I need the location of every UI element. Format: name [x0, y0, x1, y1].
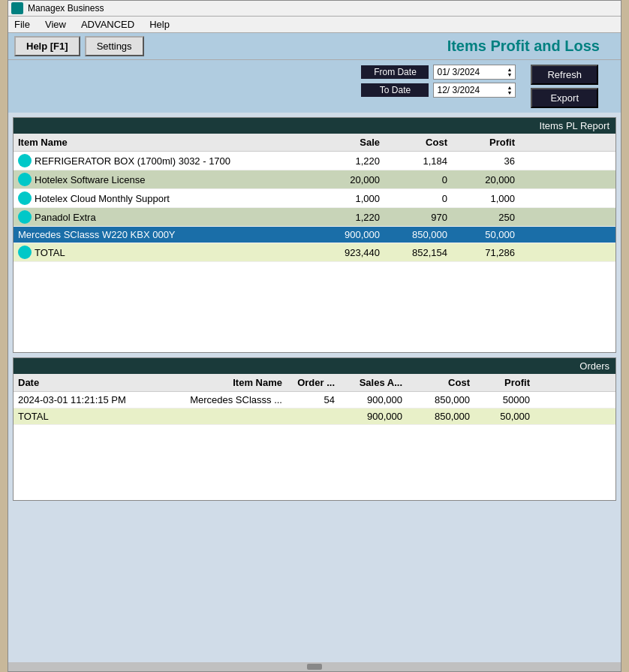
date-section: From Date 01/ 3/2024 ▲ ▼ To Date 12/ 3/2…: [8, 60, 621, 113]
item-cost-2: 0: [386, 193, 453, 204]
to-date-row: To Date 12/ 3/2024 ▲ ▼: [361, 83, 516, 98]
items-total-label: TOTAL: [18, 246, 318, 259]
horizontal-scrollbar[interactable]: [8, 662, 621, 671]
table-row[interactable]: REFRIGERATOR BOX (1700ml) 3032 - 1700 1,…: [14, 152, 615, 170]
item-sale-4: 900,000: [318, 229, 386, 240]
orders-col-profit: Profit: [476, 377, 536, 388]
action-buttons: Refresh Export: [531, 65, 598, 108]
orders-col-header: Date Item Name Order ... Sales A... Cost…: [14, 374, 615, 392]
order-cost-0: 850,000: [408, 394, 476, 405]
item-sale-2: 1,000: [318, 193, 386, 204]
from-date-spinner[interactable]: ▲ ▼: [507, 67, 513, 77]
menu-file[interactable]: File: [11, 18, 33, 31]
dot-icon-0: [18, 154, 32, 167]
orders-table: Orders Date Item Name Order ... Sales A.…: [13, 357, 616, 501]
orders-total-row: TOTAL 900,000 850,000 50,000: [14, 408, 615, 425]
help-button[interactable]: Help [F1]: [14, 36, 80, 56]
item-name-0: REFRIGERATOR BOX (1700ml) 3032 - 1700: [18, 154, 318, 167]
items-total-sale: 923,440: [318, 247, 386, 258]
item-name-1: Hotelex Software License: [18, 173, 318, 186]
from-date-label: From Date: [361, 65, 429, 79]
items-empty-area: [14, 262, 615, 352]
item-profit-0: 36: [453, 155, 521, 167]
item-name-4: Mercedes SClasss W220 KBX 000Y: [18, 229, 318, 240]
table-row[interactable]: Panadol Extra 1,220 970 250: [14, 208, 615, 227]
main-content: Items PL Report Item Name Sale Cost Prof…: [8, 113, 621, 662]
dot-icon-3: [18, 210, 32, 224]
item-profit-1: 20,000: [453, 174, 521, 185]
menu-bar: File View ADVANCED Help: [8, 17, 621, 33]
table-row[interactable]: Mercedes SClasss W220 KBX 000Y 900,000 8…: [14, 227, 615, 243]
col-sale: Sale: [318, 137, 386, 148]
item-profit-3: 250: [453, 212, 521, 223]
dot-icon-2: [18, 191, 32, 205]
items-total-profit: 71,286: [453, 247, 521, 258]
orders-total-cost: 850,000: [408, 411, 476, 422]
item-name-3: Panadol Extra: [18, 210, 318, 224]
menu-help[interactable]: Help: [146, 18, 173, 31]
to-date-input[interactable]: 12/ 3/2024 ▲ ▼: [433, 83, 516, 98]
order-sales-0: 900,000: [341, 394, 408, 405]
app-icon: [11, 2, 23, 14]
item-sale-3: 1,220: [318, 212, 386, 223]
col-cost: Cost: [386, 137, 453, 148]
menu-view[interactable]: View: [42, 18, 69, 31]
from-date-row: From Date 01/ 3/2024 ▲ ▼: [361, 65, 516, 80]
item-cost-1: 0: [386, 174, 453, 185]
to-date-label: To Date: [361, 83, 429, 97]
table-row[interactable]: Hotelex Cloud Monthly Support 1,000 0 1,…: [14, 189, 615, 208]
dot-icon-1: [18, 173, 32, 186]
refresh-button[interactable]: Refresh: [531, 65, 598, 85]
from-date-value: 01/ 3/2024: [437, 67, 480, 77]
page-title: Items Profit and Loss: [149, 38, 615, 55]
item-profit-4: 50,000: [453, 229, 521, 240]
item-cost-0: 1,184: [386, 155, 453, 167]
dot-icon-total: [18, 246, 32, 259]
orders-total-profit: 50,000: [476, 411, 536, 422]
window-title: Managex Business: [28, 3, 104, 14]
orders-total-sales: 900,000: [341, 411, 408, 422]
order-name-0: Mercedes SClasss ...: [168, 394, 288, 405]
from-date-input[interactable]: 01/ 3/2024 ▲ ▼: [433, 65, 516, 80]
orders-total-label: TOTAL: [18, 411, 168, 422]
scrollbar-thumb[interactable]: [307, 664, 322, 670]
items-total-cost: 852,154: [386, 247, 453, 258]
main-window: Managex Business File View ADVANCED Help…: [8, 0, 621, 672]
item-sale-0: 1,220: [318, 155, 386, 167]
item-profit-2: 1,000: [453, 193, 521, 204]
orders-col-date: Date: [18, 377, 168, 388]
item-sale-1: 20,000: [318, 174, 386, 185]
settings-button[interactable]: Settings: [85, 36, 144, 56]
to-date-spinner[interactable]: ▲ ▼: [507, 85, 513, 95]
item-cost-3: 970: [386, 212, 453, 223]
orders-col-order: Order ...: [288, 377, 341, 388]
orders-col-sales: Sales A...: [341, 377, 408, 388]
orders-col-cost: Cost: [408, 377, 476, 388]
order-order-0: 54: [288, 394, 341, 405]
items-col-header: Item Name Sale Cost Profit: [14, 134, 615, 152]
col-profit: Profit: [453, 137, 521, 148]
export-button[interactable]: Export: [531, 88, 598, 108]
orders-table-row[interactable]: 2024-03-01 11:21:15 PM Mercedes SClasss …: [14, 392, 615, 408]
orders-col-item: Item Name: [168, 377, 288, 388]
item-name-2: Hotelex Cloud Monthly Support: [18, 191, 318, 205]
toolbar: Help [F1] Settings Items Profit and Loss: [8, 33, 621, 60]
col-item-name: Item Name: [18, 137, 318, 148]
order-profit-0: 50000: [476, 394, 536, 405]
table-row[interactable]: Hotelex Software License 20,000 0 20,000: [14, 170, 615, 189]
items-total-row: TOTAL 923,440 852,154 71,286: [14, 243, 615, 262]
order-date-0: 2024-03-01 11:21:15 PM: [18, 394, 168, 405]
menu-advanced[interactable]: ADVANCED: [78, 18, 137, 31]
orders-empty-area: [14, 425, 615, 500]
title-bar: Managex Business: [8, 1, 621, 17]
to-date-value: 12/ 3/2024: [437, 85, 480, 95]
item-cost-4: 850,000: [386, 229, 453, 240]
items-section-header: Items PL Report: [14, 118, 615, 134]
orders-section-header: Orders: [14, 358, 615, 374]
items-table: Items PL Report Item Name Sale Cost Prof…: [13, 117, 616, 353]
